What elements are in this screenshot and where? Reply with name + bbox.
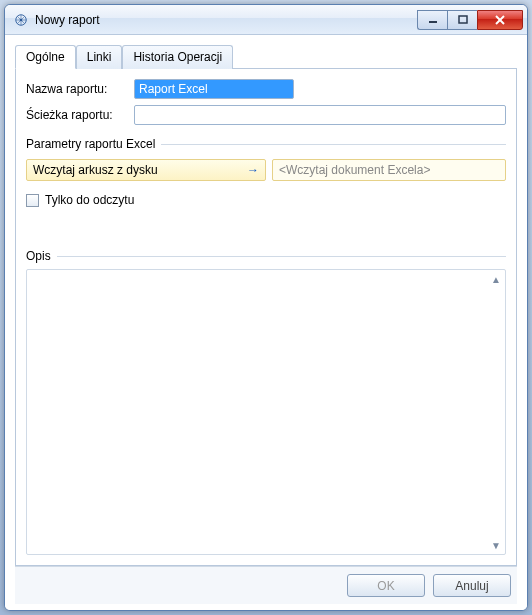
report-name-label: Nazwa raportu: [26,82,126,96]
excel-params-group: Parametry raportu Excel [26,137,506,151]
scroll-down-icon[interactable]: ▼ [489,538,503,552]
report-path-input[interactable] [134,105,506,125]
dialog-footer: OK Anuluj [15,566,517,604]
excel-params-group-label: Parametry raportu Excel [26,137,155,151]
svg-rect-7 [459,16,467,23]
readonly-checkbox[interactable] [26,194,39,207]
ok-button[interactable]: OK [347,574,425,597]
client-area: Ogólne Linki Historia Operacji Nazwa rap… [5,35,527,610]
tab-panel-general: Nazwa raportu: Ścieżka raportu: Parametr… [15,69,517,566]
titlebar[interactable]: Nowy raport [5,5,527,35]
cancel-button[interactable]: Anuluj [433,574,511,597]
load-document-field[interactable]: <Wczytaj dokument Excela> [272,159,506,181]
row-report-name: Nazwa raportu: [26,79,506,99]
load-document-placeholder: <Wczytaj dokument Excela> [279,163,430,177]
dialog-window: Nowy raport Ogólne Linki Historia Operac… [4,4,528,611]
maximize-button[interactable] [447,10,477,30]
load-sheet-button-label: Wczytaj arkusz z dysku [33,163,158,177]
readonly-row: Tylko do odczytu [26,193,506,207]
load-row: Wczytaj arkusz z dysku → <Wczytaj dokume… [26,159,506,181]
tab-links[interactable]: Linki [76,45,123,69]
readonly-label: Tylko do odczytu [45,193,134,207]
scroll-up-icon[interactable]: ▲ [489,272,503,286]
window-buttons [417,10,523,30]
tab-strip: Ogólne Linki Historia Operacji [15,45,517,69]
row-report-path: Ścieżka raportu: [26,105,506,125]
arrow-right-icon: → [247,163,259,177]
app-icon [13,12,29,28]
report-name-input[interactable] [134,79,294,99]
close-button[interactable] [477,10,523,30]
tab-general[interactable]: Ogólne [15,45,76,69]
load-sheet-button[interactable]: Wczytaj arkusz z dysku → [26,159,266,181]
minimize-button[interactable] [417,10,447,30]
description-textarea[interactable]: ▲ ▼ [26,269,506,555]
window-title: Nowy raport [35,13,417,27]
description-group: Opis [26,249,506,263]
tab-history[interactable]: Historia Operacji [122,45,233,69]
spacer [26,213,506,233]
description-label: Opis [26,249,51,263]
report-path-label: Ścieżka raportu: [26,108,126,122]
